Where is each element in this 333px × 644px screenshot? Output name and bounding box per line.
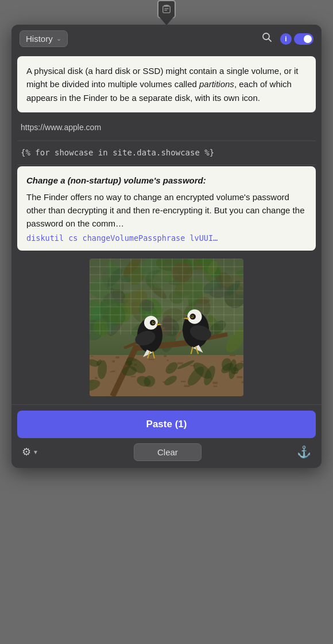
- pin-button[interactable]: ⚓: [295, 443, 313, 461]
- divider: [17, 140, 316, 141]
- gear-chevron-icon: ▼: [33, 449, 38, 455]
- header-right-controls: i: [260, 31, 313, 46]
- list-item[interactable]: Change a (non-startup) volume's password…: [17, 166, 316, 251]
- chevron-down-icon: ⌄: [56, 35, 61, 42]
- eagles-image: [90, 259, 243, 396]
- item-rich-body: The Finder offers no way to change an en…: [26, 190, 307, 231]
- items-list: A physical disk (a hard disk or SSD) mig…: [11, 53, 322, 404]
- item-rich-link: diskutil cs changeVolumePassphrase lvUUI…: [26, 233, 307, 243]
- svg-rect-1: [163, 6, 171, 13]
- list-item[interactable]: A physical disk (a hard disk or SSD) mig…: [17, 56, 316, 112]
- dropdown-label: History: [26, 34, 53, 44]
- toggle-group: i: [280, 33, 313, 45]
- header-bar: History ⌄ i: [11, 25, 322, 53]
- item-url: https://www.apple.com: [21, 123, 101, 132]
- anchor-icon: ⚓: [297, 446, 311, 458]
- divider: [17, 165, 316, 165]
- search-icon: [262, 32, 272, 42]
- settings-button[interactable]: ⚙ ▼: [20, 443, 41, 460]
- item-code-text: {% for showcase in site.data.showcase %}: [21, 148, 214, 157]
- item-rich-title: Change a (non-startup) volume's password…: [26, 174, 307, 187]
- item-text: A physical disk (a hard disk or SSD) mig…: [26, 64, 307, 104]
- clear-button[interactable]: Clear: [134, 443, 202, 461]
- enable-toggle[interactable]: [294, 33, 313, 45]
- clipboard-icon: [161, 4, 172, 14]
- list-item[interactable]: {% for showcase in site.data.showcase %}: [17, 142, 316, 163]
- bottom-bar: Paste (1) ⚙ ▼ Clear ⚓: [11, 405, 322, 468]
- gear-icon: ⚙: [22, 446, 31, 458]
- main-window: History ⌄ i A ph: [11, 25, 322, 468]
- pointer-triangle: [160, 17, 173, 25]
- image-canvas: [90, 259, 243, 396]
- list-item[interactable]: [17, 254, 316, 401]
- bottom-actions: ⚙ ▼ Clear ⚓: [17, 443, 316, 461]
- app-window: History ⌄ i A ph: [11, 0, 322, 468]
- toggle-badge: i: [280, 33, 292, 45]
- list-item[interactable]: https://www.apple.com: [17, 116, 316, 139]
- paste-button[interactable]: Paste (1): [17, 411, 316, 438]
- search-button[interactable]: [260, 31, 274, 46]
- history-dropdown[interactable]: History ⌄: [20, 30, 68, 47]
- svg-line-5: [269, 39, 271, 41]
- top-indicator: [157, 0, 176, 18]
